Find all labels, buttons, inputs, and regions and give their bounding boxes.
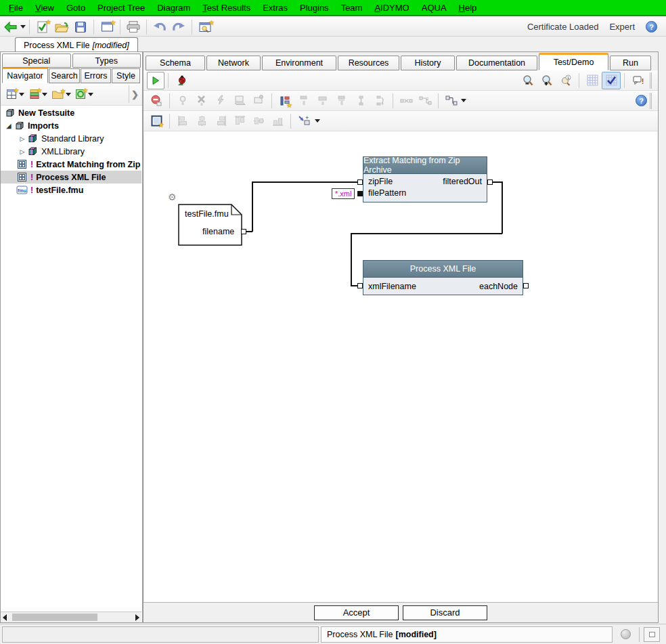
new-folder-dropdown[interactable]: ★ [49,85,72,103]
tab-errors[interactable]: Errors [81,68,111,83]
tab-network[interactable]: Network [206,56,261,70]
wire-filteredout-to-xmlfilename[interactable] [502,181,503,234]
grid-toggle-button[interactable] [583,72,602,89]
print-button[interactable] [124,18,143,36]
tab-style[interactable]: Style [112,68,140,83]
port-filteredout[interactable] [487,179,493,185]
tab-search[interactable]: Search [49,68,80,83]
expanded-arrow-icon[interactable]: ◢ [5,123,13,129]
zoom-original-button[interactable]: 1 [556,72,575,89]
menu-aqua[interactable]: AQUA [416,3,453,13]
menu-help[interactable]: Help [453,3,483,13]
wire-filteredout-to-xmlfilename[interactable] [351,233,502,234]
diagram-canvas[interactable]: Extract Matching from Zip Archive zipFil… [144,131,657,602]
align-bottom-button[interactable] [268,112,287,130]
new-sequence-button[interactable]: ★ [275,92,294,110]
fit-height-button[interactable] [351,92,370,110]
tab-navigator[interactable]: Navigator [2,68,48,83]
scrollbar-thumb[interactable] [12,614,97,621]
tree-item-standard-library[interactable]: ▷ Standard Library [1,132,141,145]
tree-item-process-xml-file[interactable]: ! Process XML File [1,171,141,184]
zoom-in-button[interactable] [537,72,556,89]
pattern-value-box[interactable]: *.xml [332,188,355,199]
redo-button[interactable] [169,18,188,36]
scroll-right-icon[interactable] [135,614,139,621]
new-component-dropdown[interactable]: ★ [72,85,95,103]
help-icon[interactable]: ? [636,95,647,106]
wire-filteredout-to-xmlfilename[interactable] [351,233,352,286]
collapsed-arrow-icon[interactable]: ▷ [18,148,26,155]
document-tab[interactable]: Process XML File [modified] [15,37,138,52]
block-testfile-fmu[interactable]: testFile.fmu [185,209,229,219]
save-button[interactable] [71,18,90,36]
port-eachnode[interactable] [523,283,529,288]
tab-schema[interactable]: Schema [146,56,205,70]
menu-team[interactable]: Team [335,3,369,13]
tab-environment[interactable]: Environment [262,56,336,70]
panel-splitter[interactable] [650,72,652,89]
quick-connect-button[interactable] [211,92,230,110]
block-extract-matching[interactable]: Extract Matching from Zip Archive zipFil… [363,156,487,202]
tab-history[interactable]: History [401,56,455,70]
wire-filename-to-zipfile[interactable] [252,181,253,232]
remove-node-button[interactable] [397,92,416,110]
align-right-button[interactable] [211,112,230,130]
tree-item-testsuite[interactable]: New Testsuite [1,106,141,119]
menu-plugins[interactable]: Plugins [294,3,335,13]
port-xmlfilename[interactable] [357,283,363,288]
help-icon[interactable]: ? [646,21,657,33]
edit-layout-button[interactable]: ★ [147,112,166,130]
port-zipfile[interactable] [357,179,363,185]
menu-view[interactable]: View [29,3,60,13]
tree-item-testfile-fmu[interactable]: fmu ! testFile.fmu [1,184,141,196]
remote-apply-button[interactable] [249,92,268,110]
menu-project-tree[interactable]: Project Tree [91,3,151,13]
add-element-dropdown[interactable]: + [294,112,323,130]
snap-to-grid-button[interactable] [602,72,621,89]
tab-run[interactable]: Run [610,56,651,70]
panel-splitter[interactable] [650,93,652,109]
status-panel-button[interactable] [644,627,660,642]
new-window-button[interactable]: ★ [97,18,116,36]
open-button[interactable] [52,18,71,36]
menu-extras[interactable]: Extras [257,3,294,13]
menu-test-results[interactable]: Test Results [196,3,257,13]
connector-style-dropdown[interactable] [442,92,469,110]
list-view-dropdown[interactable]: ★ [26,85,49,103]
align-center-button[interactable] [192,112,211,130]
remove-connection-button[interactable] [147,92,166,110]
wire-filteredout-to-xmlfilename[interactable] [493,181,502,183]
debug-button[interactable] [172,72,191,89]
tree-item-xmllibrary[interactable]: ▷ XMLLibrary [1,145,141,158]
insert-above-button[interactable] [294,92,313,110]
port-filepattern[interactable] [357,191,363,196]
expand-panel-button[interactable]: ❯ [129,85,141,103]
menu-goto[interactable]: Goto [60,3,91,13]
tab-documentation[interactable]: Documentation [456,56,537,70]
insert-below-button[interactable] [313,92,332,110]
wire-filename-to-zipfile[interactable] [252,181,357,183]
show-notes-button[interactable]: ! [628,72,647,89]
tree-item-imports[interactable]: ◢ Imports [1,119,141,132]
sidebar-horizontal-scrollbar[interactable] [1,611,141,622]
collapsed-arrow-icon[interactable]: ▷ [18,135,26,142]
new-testlet-button[interactable]: ★ [33,18,52,36]
menu-diagram[interactable]: Diagram [151,3,196,13]
block-process-xml-file[interactable]: Process XML File xmlFilename eachNode [363,260,523,295]
rotate-flow-button[interactable] [370,92,389,110]
accept-button[interactable]: Accept [314,605,399,620]
scroll-left-icon[interactable] [3,614,7,621]
wire-filteredout-to-xmlfilename[interactable] [351,285,357,286]
menu-aidymo[interactable]: AIDYMO [368,3,415,13]
tab-special[interactable]: Special [2,53,71,68]
discard-button[interactable]: Discard [403,605,487,620]
auto-connect-button[interactable] [173,92,192,110]
undo-button[interactable] [150,18,169,36]
align-left-button[interactable] [173,112,192,130]
align-middle-button[interactable] [249,112,268,130]
insert-parallel-button[interactable] [332,92,351,110]
terminal-apply-button[interactable] [230,92,249,110]
back-button[interactable] [3,18,26,36]
play-button[interactable] [147,72,164,89]
zoom-out-button[interactable] [518,72,537,89]
